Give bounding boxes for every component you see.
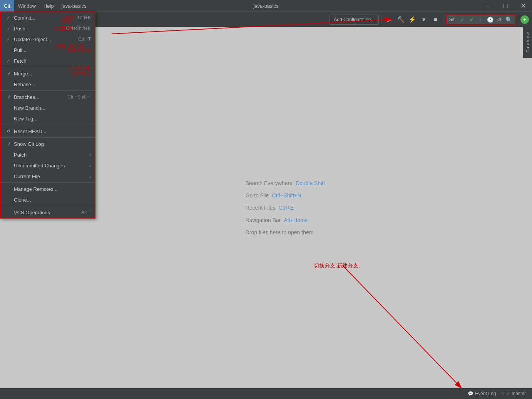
git-label: Git: [448, 17, 456, 22]
menu-bar: Git Window Help java-basics [0, 0, 90, 12]
push-shortcut: Ctrl+Shift+K [66, 26, 91, 31]
uncommitted-arrow: › [89, 163, 91, 169]
menu-git[interactable]: Git [0, 0, 14, 12]
branch-icon: ⑂ [502, 391, 505, 396]
menu-item-vcs-operations[interactable]: VCS Operations Alt+` [1, 207, 95, 218]
menu-item-push[interactable]: ↑ Push... 推送 Ctrl+Shift+K [1, 23, 95, 34]
menu-item-manage-remotes[interactable]: Manage Remotes... [1, 184, 95, 194]
hint-recent: Recent Files Ctrl+E [246, 205, 325, 211]
event-log-item[interactable]: 💬 Event Log [466, 388, 497, 399]
menu-item-show-git-log[interactable]: ⑂ Show Git Log [1, 139, 95, 149]
stop-button[interactable]: ■ [430, 14, 441, 25]
update-icon: ✓ [5, 37, 12, 42]
window-title: java-basics [253, 3, 278, 9]
menu-item-pull[interactable]: Pull... 拉取,并合并 [1, 45, 95, 55]
show-git-log-label: Show Git Log [14, 141, 91, 147]
hint-search-key: Double Shift [296, 180, 325, 186]
event-log-icon: 💬 [468, 391, 473, 396]
rebase-label: Rebase... [14, 82, 91, 87]
patch-label: Patch [14, 152, 89, 158]
minimize-button[interactable]: ─ [479, 0, 497, 12]
hint-navbar-key: Alt+Home [284, 217, 308, 223]
menu-divider-2 [1, 90, 95, 91]
uncommitted-label: Uncommitted Changes [14, 163, 89, 169]
menu-item-fetch[interactable]: ✓ Fetch [1, 55, 95, 66]
window-controls: ─ □ ✕ [479, 0, 532, 12]
hint-recent-text: Recent Files [246, 205, 276, 211]
merge-icon: ⑂ [5, 71, 12, 76]
branch-check-icon: ✓ [506, 391, 510, 396]
database-label: Database [525, 32, 530, 53]
pull-label: Pull... [14, 47, 64, 53]
database-sidebar[interactable]: Database [523, 27, 532, 58]
menu-item-merge[interactable]: ⑂ Merge... 合并分支 [1, 68, 95, 79]
menu-item-new-branch[interactable]: New Branch... [1, 102, 95, 113]
menu-item-reset-head[interactable]: ↺ Reset HEAD... [1, 126, 95, 137]
git-add-button[interactable]: + [520, 15, 529, 24]
menu-divider-6 [1, 206, 95, 206]
git-search-icon[interactable]: 🔍 [504, 15, 513, 24]
vcs-operations-label: VCS Operations [14, 210, 78, 215]
commit-label: Commit... [14, 15, 63, 21]
git-push-icon[interactable]: ↑ [477, 15, 485, 24]
current-file-arrow: › [89, 174, 91, 179]
menu-item-clone[interactable]: Clone... [1, 194, 95, 205]
update-shortcut: Ctrl+T [78, 37, 91, 42]
coverage-button[interactable]: ⚡ [407, 14, 418, 25]
show-git-log-icon: ⑂ [5, 141, 12, 147]
git-checkmark-icon[interactable]: ✓ [458, 15, 467, 24]
run-button[interactable]: ▶ [384, 14, 395, 25]
menu-item-commit[interactable]: ✓ Commit... 提交 Ctrl+K [1, 12, 95, 23]
patch-arrow: › [89, 152, 91, 158]
hint-recent-key: Ctrl+E [279, 205, 294, 211]
menu-divider-5 [1, 182, 95, 183]
maximize-button[interactable]: □ [497, 0, 514, 12]
branches-shortcut: Ctrl+Shift+` [67, 94, 91, 100]
menu-window[interactable]: Window [14, 0, 40, 12]
menu-item-uncommitted[interactable]: Uncommitted Changes › [1, 160, 95, 171]
push-annotation: 推送 [54, 25, 63, 32]
git-dropdown-menu: ✓ Commit... 提交 Ctrl+K ↑ Push... 推送 Ctrl+… [0, 12, 95, 219]
title-bar: Git Window Help java-basics java-basics … [0, 0, 532, 12]
menu-tab-title[interactable]: java-basics [58, 0, 90, 12]
git-history-icon[interactable]: 🕐 [486, 15, 494, 24]
branch-indicator[interactable]: ⑂ ✓ master [499, 388, 529, 399]
menu-item-current-file[interactable]: Current File › [1, 171, 95, 182]
menu-help[interactable]: Help [40, 0, 58, 12]
menu-item-rebase[interactable]: Rebase... [1, 79, 95, 90]
close-button[interactable]: ✕ [514, 0, 532, 12]
new-tag-label: New Tag... [14, 116, 91, 122]
fetch-icon: ✓ [5, 58, 12, 63]
hint-search: Search Everywhere Double Shift [246, 180, 325, 186]
current-file-label: Current File [14, 174, 89, 179]
event-log-label: Event Log [475, 391, 496, 396]
commit-annotation: 提交 [65, 15, 75, 21]
add-configuration-button[interactable]: Add Configuration... [330, 15, 379, 25]
git-undo-icon[interactable]: ↺ [495, 15, 504, 24]
hint-drop: Drop files here to open them [246, 229, 325, 235]
menu-divider-1 [1, 67, 95, 67]
menu-divider-4 [1, 137, 95, 138]
menu-item-update[interactable]: ✓ Update Project... Ctrl+T [1, 34, 95, 45]
hint-navbar: Navigation Bar Alt+Home [246, 217, 325, 223]
branches-icon: ⑂ [5, 94, 12, 100]
commit-icon: ✓ [5, 15, 12, 20]
reset-head-icon: ↺ [5, 129, 12, 134]
git-toolbar: Git: ✓ ✔ ↑ 🕐 ↺ 🔍 [446, 14, 515, 25]
hint-goto: Go to File Ctrl+Shift+N [246, 192, 325, 199]
git-checkmark2-icon[interactable]: ✔ [467, 15, 476, 24]
manage-remotes-label: Manage Remotes... [14, 186, 91, 192]
hint-goto-key: Ctrl+Shift+N [272, 192, 301, 199]
commit-shortcut: Ctrl+K [78, 15, 91, 20]
pull-annotation: 拉取,并合并 [67, 47, 91, 53]
update-label: Update Project... [14, 37, 75, 42]
toolbar-separator-4 [518, 16, 518, 23]
build-button[interactable]: 🔨 [395, 14, 406, 25]
menu-item-patch[interactable]: Patch › [1, 149, 95, 160]
menu-item-branches[interactable]: ⑂ Branches... Ctrl+Shift+` [1, 92, 95, 102]
menu-item-new-tag[interactable]: New Tag... [1, 113, 95, 124]
merge-label: Merge... [14, 71, 70, 77]
more-button[interactable]: ▾ [418, 14, 429, 25]
center-hints: Search Everywhere Double Shift Go to Fil… [246, 180, 325, 235]
fetch-label: Fetch [14, 58, 91, 64]
